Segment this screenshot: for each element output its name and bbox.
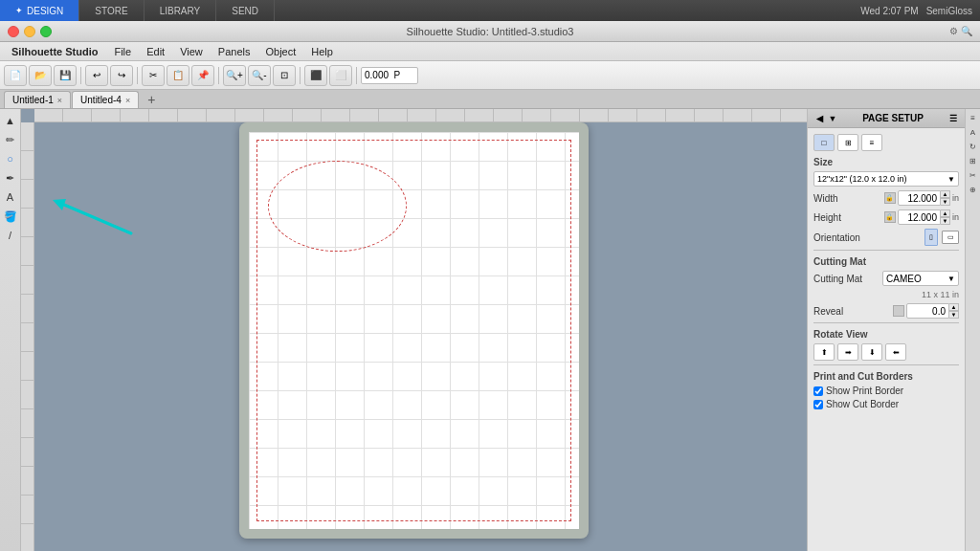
menu-edit[interactable]: Edit bbox=[140, 44, 171, 59]
minimize-button[interactable] bbox=[24, 26, 35, 37]
tab-1-close[interactable]: × bbox=[57, 96, 62, 105]
view-grid-button[interactable]: ⊞ bbox=[837, 134, 858, 151]
cut-button[interactable]: ✂ bbox=[142, 65, 165, 86]
main-toolbar: 📄 📂 💾 ↩ ↪ ✂ 📋 📌 🔍+ 🔍- ⊡ ⬛ ⬜ bbox=[0, 61, 980, 90]
panel-toggle-5[interactable]: ✂ bbox=[967, 168, 980, 182]
left-toolbar: ▲ ✏ ○ ✒ A 🪣 / bbox=[0, 109, 21, 551]
rotate-icons-row: ⬆ ➡ ⬇ ⬅ bbox=[813, 343, 959, 361]
save-button[interactable]: 💾 bbox=[54, 65, 77, 86]
zoom-in-button[interactable]: 🔍+ bbox=[223, 65, 246, 86]
width-field-row: Width 🔒 ▲ ▼ in bbox=[813, 190, 959, 206]
width-input[interactable] bbox=[898, 190, 941, 206]
align-button[interactable]: ⬛ bbox=[304, 65, 327, 86]
draw-tool[interactable]: ✏ bbox=[2, 131, 19, 148]
menu-file[interactable]: File bbox=[107, 44, 138, 59]
reveal-decrement-button[interactable]: ▼ bbox=[949, 311, 959, 319]
width-increment-button[interactable]: ▲ bbox=[941, 190, 950, 198]
view-single-button[interactable]: □ bbox=[813, 134, 835, 151]
panel-menu-button[interactable]: ☰ bbox=[947, 113, 959, 124]
show-cut-label: Show Cut Border bbox=[826, 399, 899, 409]
view-list-button[interactable]: ≡ bbox=[861, 134, 882, 151]
coordinate-input[interactable] bbox=[361, 67, 418, 84]
landscape-button[interactable]: ▭ bbox=[942, 231, 959, 244]
tab-untitled-1[interactable]: Untitled-1 × bbox=[4, 91, 71, 108]
show-print-checkbox[interactable] bbox=[813, 386, 823, 396]
nav-store-button[interactable]: STORE bbox=[79, 0, 144, 21]
height-stepper: ▲ ▼ bbox=[898, 209, 950, 225]
maximize-button[interactable] bbox=[40, 26, 52, 37]
reveal-input[interactable] bbox=[906, 303, 949, 319]
fill-tool[interactable]: 🪣 bbox=[2, 208, 19, 225]
height-increment-button[interactable]: ▲ bbox=[941, 209, 950, 217]
orientation-label: Orientation bbox=[813, 232, 924, 243]
zoom-fit-button[interactable]: ⊡ bbox=[273, 65, 296, 86]
knife-tool[interactable]: / bbox=[2, 227, 19, 244]
zoom-out-button[interactable]: 🔍- bbox=[248, 65, 271, 86]
panel-toggle-2[interactable]: A bbox=[967, 125, 980, 139]
cutting-mat-arrow: ▼ bbox=[947, 275, 955, 283]
tab-2-close[interactable]: × bbox=[125, 96, 130, 105]
text-tool[interactable]: A bbox=[2, 188, 19, 206]
app-name[interactable]: Silhouette Studio bbox=[4, 44, 105, 59]
width-decrement-button[interactable]: ▼ bbox=[941, 198, 950, 206]
reveal-field-row: Reveal ▲ ▼ bbox=[813, 303, 959, 319]
menu-help[interactable]: Help bbox=[304, 44, 340, 59]
rotate-180-button[interactable]: ⬇ bbox=[861, 343, 882, 361]
select-tool[interactable]: ▲ bbox=[2, 112, 19, 129]
reveal-increment-button[interactable]: ▲ bbox=[949, 303, 959, 311]
canvas-area[interactable] bbox=[21, 109, 807, 551]
menu-view[interactable]: View bbox=[173, 44, 210, 59]
panel-title: PAGE SETUP bbox=[862, 113, 924, 123]
height-stepper-buttons: ▲ ▼ bbox=[941, 209, 950, 225]
paste-button[interactable]: 📌 bbox=[191, 65, 214, 86]
show-cut-border-row: Show Cut Border bbox=[813, 399, 959, 409]
tab-untitled-4[interactable]: Untitled-4 × bbox=[72, 91, 139, 108]
close-button[interactable] bbox=[8, 26, 19, 37]
menu-object[interactable]: Object bbox=[258, 44, 302, 59]
open-button[interactable]: 📂 bbox=[29, 65, 52, 86]
svg-marker-1 bbox=[53, 199, 66, 210]
tab-1-label: Untitled-1 bbox=[12, 95, 54, 105]
ellipse-tool[interactable]: ○ bbox=[2, 150, 19, 167]
pencil-tool[interactable]: ✒ bbox=[2, 169, 19, 187]
width-input-group: 🔒 ▲ ▼ in bbox=[884, 190, 959, 206]
cutting-mat-dropdown[interactable]: CAMEO ▼ bbox=[882, 271, 959, 286]
copy-button[interactable]: 📋 bbox=[167, 65, 189, 86]
portrait-button[interactable]: ▯ bbox=[924, 229, 938, 246]
new-button[interactable]: 📄 bbox=[4, 65, 27, 86]
menu-panels[interactable]: Panels bbox=[212, 44, 257, 59]
panel-close-button[interactable]: ▼ bbox=[827, 113, 838, 124]
panel-toggle-3[interactable]: ↻ bbox=[967, 140, 980, 153]
rotate-270-button[interactable]: ⬅ bbox=[885, 343, 906, 361]
window-title: Silhouette Studio: Untitled-3.studio3 bbox=[407, 26, 574, 37]
size-dropdown[interactable]: 12"x12" (12.0 x 12.0 in) ▼ bbox=[813, 171, 959, 187]
nav-library-button[interactable]: LIBRARY bbox=[145, 0, 217, 21]
new-tab-button[interactable]: + bbox=[140, 91, 163, 108]
height-input[interactable] bbox=[898, 209, 941, 225]
panel-toggle-4[interactable]: ⊞ bbox=[967, 154, 980, 167]
height-decrement-button[interactable]: ▼ bbox=[941, 217, 950, 225]
nav-design-button[interactable]: ✦ DESIGN bbox=[0, 0, 79, 21]
show-cut-checkbox[interactable] bbox=[813, 400, 823, 409]
rotate-0-button[interactable]: ⬆ bbox=[813, 343, 835, 361]
width-unit: in bbox=[952, 193, 959, 203]
width-stepper: ▲ ▼ bbox=[898, 190, 950, 206]
nav-send-button[interactable]: SEND bbox=[216, 0, 275, 21]
height-label: Height bbox=[813, 212, 884, 223]
panel-header: ◀ ▼ PAGE SETUP ☰ bbox=[808, 109, 965, 128]
cutting-mat-value: CAMEO bbox=[886, 274, 922, 284]
height-input-group: 🔒 ▲ ▼ in bbox=[884, 209, 959, 225]
time-display: Wed 2:07 PM bbox=[860, 6, 918, 16]
ellipse-shape[interactable] bbox=[268, 161, 407, 252]
paper-area[interactable] bbox=[249, 132, 579, 529]
toolbar-separator-5 bbox=[356, 67, 357, 84]
panel-toggle-6[interactable]: ⊕ bbox=[967, 183, 980, 196]
panel-prev-button[interactable]: ◀ bbox=[813, 113, 825, 124]
width-lock-icon[interactable]: 🔒 bbox=[884, 192, 896, 204]
undo-button[interactable]: ↩ bbox=[85, 65, 108, 86]
group-button[interactable]: ⬜ bbox=[329, 65, 352, 86]
height-lock-icon[interactable]: 🔒 bbox=[884, 211, 896, 223]
panel-toggle-1[interactable]: ≡ bbox=[967, 111, 980, 124]
rotate-90-button[interactable]: ➡ bbox=[837, 343, 858, 361]
redo-button[interactable]: ↪ bbox=[110, 65, 133, 86]
